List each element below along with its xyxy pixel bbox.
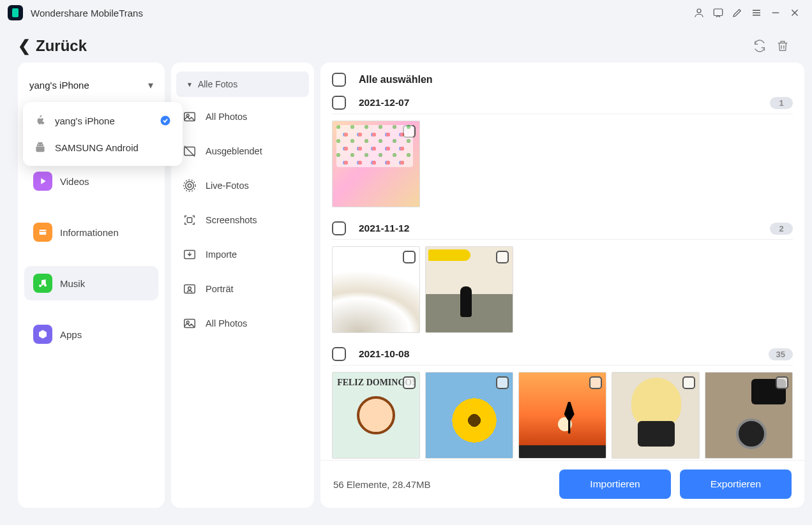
- sidebar-item-apps[interactable]: Apps: [24, 317, 158, 351]
- date-section-header: 2021-12-07 1: [332, 92, 793, 114]
- category-all-photos-2[interactable]: All Photos: [171, 306, 314, 341]
- thumb-checkbox[interactable]: [403, 376, 416, 389]
- minimize-button[interactable]: [766, 3, 785, 22]
- category-panel: ▼ Alle Fotos All Photos Ausgeblendet Liv…: [171, 63, 314, 508]
- sidebar-item-info[interactable]: Informationen: [24, 215, 158, 249]
- device-option-label: SAMSUNG Android: [55, 142, 171, 153]
- hidden-icon: [183, 144, 197, 158]
- photo-grid: [332, 121, 793, 207]
- date-label: 2021-11-12: [359, 223, 770, 234]
- svg-rect-12: [187, 218, 192, 222]
- date-checkbox[interactable]: [332, 221, 346, 235]
- svg-point-5: [41, 144, 43, 145]
- chevron-left-icon: ❮: [18, 37, 31, 55]
- select-all-checkbox[interactable]: [332, 73, 346, 87]
- title-bar: Wondershare MobileTrans: [0, 0, 812, 26]
- delete-button[interactable]: [771, 34, 794, 57]
- photo-thumb[interactable]: [332, 246, 420, 333]
- category-label: Ausgeblendet: [206, 146, 262, 156]
- thumb-checkbox[interactable]: [496, 376, 509, 389]
- thumb-checkbox[interactable]: [496, 251, 509, 263]
- import-icon: [183, 248, 197, 262]
- category-label: Porträt: [206, 284, 234, 294]
- menu-icon[interactable]: [747, 3, 766, 22]
- check-icon: [160, 115, 171, 126]
- refresh-button[interactable]: [748, 34, 771, 57]
- export-button[interactable]: Exportieren: [680, 470, 792, 499]
- chevron-down-icon: ▾: [148, 79, 153, 91]
- photo-thumb[interactable]: [518, 372, 606, 459]
- device-option-label: yang's iPhone: [55, 115, 160, 126]
- apps-icon: [33, 325, 52, 344]
- footer: 56 Elemente, 28.47MB Importieren Exporti…: [320, 460, 804, 508]
- feedback-icon[interactable]: [709, 3, 728, 22]
- sidebar-label-info: Informationen: [60, 227, 119, 238]
- date-section-header: 2021-11-12 2: [332, 218, 793, 240]
- portrait-icon: [183, 282, 197, 296]
- date-count: 1: [770, 97, 793, 109]
- photo-content: Alle auswählen 2021-12-07 1 2021-11-12 2: [320, 63, 804, 460]
- device-option-iphone[interactable]: yang's iPhone: [23, 107, 183, 134]
- apple-icon: [34, 115, 46, 126]
- thumb-checkbox[interactable]: [403, 251, 416, 263]
- edit-icon[interactable]: [728, 3, 747, 22]
- photo-thumb[interactable]: [705, 372, 793, 459]
- category-group[interactable]: ▼ Alle Fotos: [176, 71, 309, 97]
- content-panel: Alle auswählen 2021-12-07 1 2021-11-12 2: [320, 63, 804, 508]
- thumb-checkbox[interactable]: [403, 125, 416, 138]
- app-title: Wondershare MobileTrans: [31, 8, 143, 18]
- photo-grid: FELIZ DOMINGO!: [332, 372, 793, 459]
- import-button[interactable]: Importieren: [559, 470, 670, 499]
- category-screenshots[interactable]: Screenshots: [171, 203, 314, 237]
- photo-thumb[interactable]: FELIZ DOMINGO!: [332, 372, 420, 459]
- date-count: 35: [769, 348, 793, 360]
- sidebar-item-videos[interactable]: Videos: [24, 164, 158, 198]
- svg-rect-1: [714, 9, 723, 16]
- svg-rect-2: [40, 230, 47, 235]
- date-checkbox[interactable]: [332, 347, 346, 361]
- photo-thumb[interactable]: [612, 372, 700, 459]
- screenshot-icon: [183, 213, 197, 227]
- category-group-label: Alle Fotos: [198, 79, 237, 89]
- close-button[interactable]: [785, 3, 804, 22]
- device-option-android[interactable]: SAMSUNG Android: [23, 134, 183, 161]
- category-all-photos[interactable]: All Photos: [171, 100, 314, 134]
- videos-icon: [33, 172, 52, 191]
- category-imports[interactable]: Importe: [171, 237, 314, 272]
- sidebar-label-apps: Apps: [60, 329, 82, 340]
- photo-thumb[interactable]: [425, 372, 513, 459]
- svg-point-0: [697, 9, 701, 13]
- device-selector[interactable]: yang's iPhone ▾: [18, 66, 165, 104]
- category-hidden[interactable]: Ausgeblendet: [171, 134, 314, 168]
- category-label: Importe: [206, 249, 237, 260]
- category-portrait[interactable]: Porträt: [171, 272, 314, 306]
- app-logo: [8, 5, 23, 20]
- date-checkbox[interactable]: [332, 96, 346, 110]
- device-name: yang's iPhone: [29, 80, 89, 91]
- thumb-checkbox[interactable]: [589, 376, 602, 389]
- sidebar-item-music[interactable]: Musik: [24, 266, 158, 300]
- category-live[interactable]: Live-Fotos: [171, 168, 314, 203]
- photo-grid: [332, 246, 793, 333]
- thumb-checkbox[interactable]: [776, 376, 788, 389]
- back-button[interactable]: ❮ Zurück: [18, 37, 87, 55]
- back-row: ❮ Zurück: [0, 26, 812, 63]
- date-count: 2: [770, 223, 793, 235]
- sidebar-label-videos: Videos: [60, 176, 89, 187]
- select-all-label: Alle auswählen: [359, 74, 433, 85]
- thumb-checkbox[interactable]: [682, 376, 695, 389]
- info-icon: [33, 223, 52, 242]
- photo-thumb[interactable]: [332, 121, 420, 207]
- android-icon: [34, 142, 46, 153]
- sidebar-label-music: Musik: [60, 278, 85, 289]
- svg-point-9: [188, 184, 192, 188]
- svg-point-10: [186, 182, 194, 190]
- user-icon[interactable]: [689, 3, 709, 22]
- svg-point-15: [188, 287, 192, 290]
- category-label: Live-Fotos: [206, 181, 249, 191]
- left-panel: yang's iPhone ▾ Videos Informationen Mus…: [18, 63, 165, 508]
- photo-thumb[interactable]: [425, 246, 513, 333]
- device-dropdown: yang's iPhone SAMSUNG Android: [23, 102, 183, 166]
- music-icon: [33, 274, 52, 293]
- category-label: Screenshots: [206, 215, 257, 225]
